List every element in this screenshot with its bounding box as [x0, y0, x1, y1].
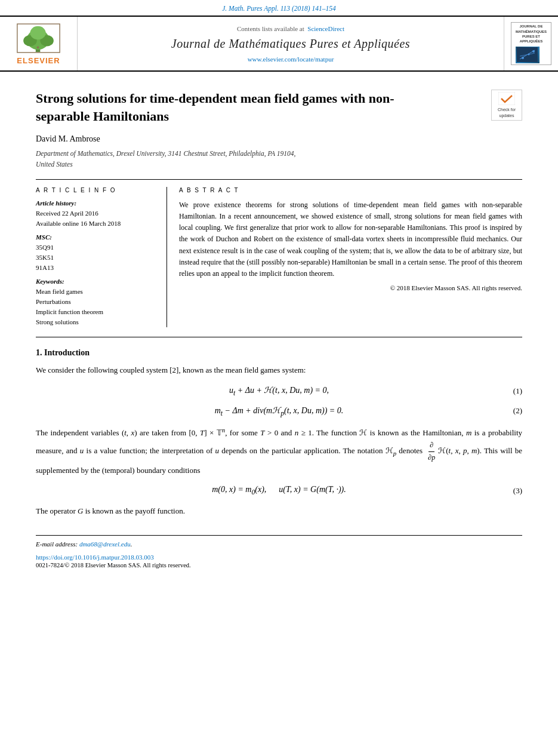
sciencedirect-line: Contents lists available at ScienceDirec… — [237, 25, 344, 32]
svg-point-4 — [30, 26, 45, 39]
elsevier-tree-icon — [16, 23, 61, 54]
paper-title: Strong solutions for time-dependent mean… — [36, 90, 406, 125]
sciencedirect-link[interactable]: ScienceDirect — [307, 25, 344, 32]
equation-1-number: (1) — [513, 386, 522, 396]
doi-line[interactable]: https://doi.org/10.1016/j.matpur.2018.03… — [36, 554, 522, 561]
keyword-1: Mean field games — [36, 287, 155, 297]
sciencedirect-prefix: Contents lists available at — [237, 25, 304, 32]
citation-text: J. Math. Pures Appl. 113 (2018) 141–154 — [222, 5, 335, 12]
footnote-email[interactable]: dma68@drexel.edu — [79, 540, 131, 548]
equation-2-content: mt − Δm + div(mℋp(t, x, Du, m)) = 0. — [36, 405, 522, 417]
svg-rect-13 — [498, 92, 515, 105]
journal-center-section: Contents lists available at ScienceDirec… — [78, 17, 504, 70]
check-badge-label: Check for updates — [498, 107, 516, 118]
equation-3-number: (3) — [513, 486, 522, 496]
svg-point-12 — [532, 50, 535, 53]
equation-1-content: ut + Δu + ℋ(t, x, Du, m) = 0, — [36, 385, 522, 397]
msc-label: MSC: — [36, 233, 155, 241]
equation-1-row: ut + Δu + ℋ(t, x, Du, m) = 0, (1) — [36, 385, 522, 397]
rights-line: 0021-7824/© 2018 Elsevier Masson SAS. Al… — [36, 562, 522, 568]
title-row: Strong solutions for time-dependent mean… — [36, 84, 522, 134]
keyword-4: Strong solutions — [36, 317, 155, 327]
right-logo-box: JOURNAL DE MATHÉMATIQUES PURES ET APPLIQ… — [511, 22, 551, 65]
info-abstract-grid: A R T I C L E I N F O Article history: R… — [36, 187, 522, 327]
section-1-heading: 1. Introduction — [36, 348, 522, 358]
footer-area: E-mail address: dma68@drexel.edu. https:… — [36, 535, 522, 568]
svg-point-6 — [37, 46, 39, 48]
top-citation: J. Math. Pures Appl. 113 (2018) 141–154 — [0, 0, 558, 16]
keyword-3: Implicit function theorem — [36, 307, 155, 317]
available-date: Available online 16 March 2018 — [36, 219, 155, 229]
body-para-2: The operator G is known as the payoff fu… — [36, 505, 522, 517]
journal-header: ELSEVIER Contents lists available at Sci… — [0, 16, 558, 72]
affiliation-line1: Department of Mathematics, Drexel Univer… — [36, 150, 295, 157]
svg-point-11 — [528, 54, 530, 56]
elsevier-logo-section: ELSEVIER — [0, 17, 78, 70]
journal-logo-right: JOURNAL DE MATHÉMATIQUES PURES ET APPLIQ… — [504, 17, 558, 70]
svg-point-10 — [522, 57, 524, 59]
main-content: Strong solutions for time-dependent mean… — [0, 72, 558, 580]
affiliation-line2: United States — [36, 161, 73, 168]
intro-text: We consider the following coupled system… — [36, 364, 522, 376]
abstract-label: A B S T R A C T — [179, 187, 522, 193]
right-logo-line1: JOURNAL DE MATHÉMATIQUES PURES ET APPLIQ… — [516, 24, 547, 63]
elsevier-label: ELSEVIER — [17, 56, 60, 65]
equation-2-row: mt − Δm + div(mℋp(t, x, Du, m)) = 0. (2) — [36, 405, 522, 417]
msc-code-3: 91A13 — [36, 263, 155, 273]
keywords-label: Keywords: — [36, 278, 155, 285]
equation-2-number: (2) — [513, 406, 522, 416]
msc-code-2: 35K51 — [36, 253, 155, 263]
copyright-line: © 2018 Elsevier Masson SAS. All rights r… — [179, 284, 522, 291]
journal-url[interactable]: www.elsevier.com/locate/matpur — [248, 56, 334, 63]
check-for-updates-badge: Check for updates — [491, 90, 522, 121]
abstract-column: A B S T R A C T We prove existence theor… — [167, 187, 522, 327]
article-history-label: Article history: — [36, 199, 155, 207]
abstract-text: We prove existence theorems for strong s… — [179, 199, 522, 279]
page: J. Math. Pures Appl. 113 (2018) 141–154 … — [0, 0, 558, 756]
article-info-label: A R T I C L E I N F O — [36, 187, 155, 193]
footnote: E-mail address: dma68@drexel.edu. — [36, 540, 522, 548]
msc-code-1: 35Q91 — [36, 242, 155, 253]
equation-3-row: m(0, x) = m0(x), u(T, x) = G(m(T, ·)). (… — [36, 485, 522, 496]
received-date: Received 22 April 2016 — [36, 208, 155, 219]
footnote-label: E-mail address: — [36, 540, 78, 548]
article-info-column: A R T I C L E I N F O Article history: R… — [36, 187, 167, 327]
equation-3-content: m(0, x) = m0(x), u(T, x) = G(m(T, ·)). — [36, 485, 522, 496]
author-name: David M. Ambrose — [36, 134, 522, 144]
divider-2 — [36, 337, 522, 337]
keyword-2: Perturbations — [36, 297, 155, 307]
body-para-1: The independent variables (t, x) are tak… — [36, 425, 522, 477]
divider-1 — [36, 179, 522, 180]
journal-name: Journal de Mathématiques Pures et Appliq… — [171, 37, 410, 51]
affiliation: Department of Mathematics, Drexel Univer… — [36, 149, 522, 170]
check-icon — [498, 92, 515, 105]
